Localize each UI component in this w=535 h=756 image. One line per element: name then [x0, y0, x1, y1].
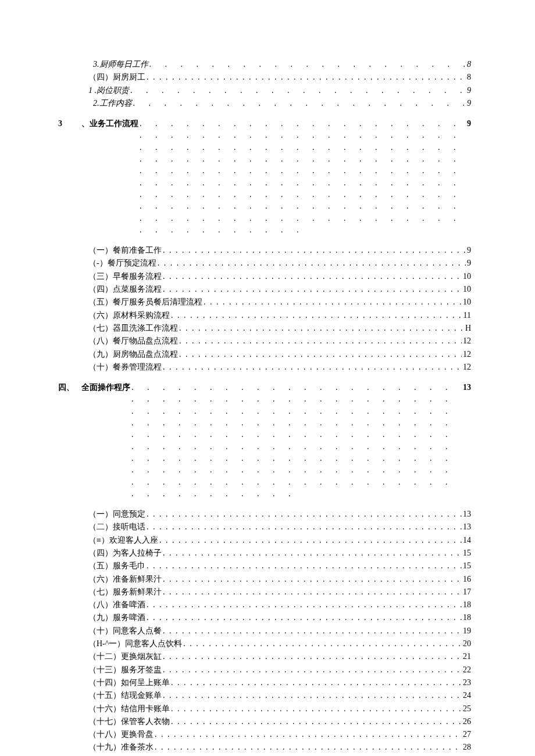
toc-entry: （六）原材料采购流程. . . . . . . . . . . . . . . …	[58, 309, 471, 322]
section-body: 全面操作程序. . . . . . . . . . . . . . . . . …	[81, 382, 471, 500]
toc-leader-dots: . . . . . . . . . . . . . . . . . . . . …	[183, 638, 462, 650]
toc-label: （一）餐前准备工作	[88, 245, 162, 256]
toc-leader-dots: . . . . . . . . . . . . . . . . . . . . …	[163, 574, 462, 585]
toc-leader-dots: . . . . . . . . . . . . . . . . . . . . …	[179, 349, 462, 360]
toc-label: （十五）结现金账单	[88, 690, 162, 701]
toc-page-number: 9	[467, 257, 471, 269]
toc-page-number: 8	[467, 71, 471, 83]
toc-page-number: 18	[463, 612, 471, 624]
toc-label: （二）接听电话	[88, 521, 145, 533]
toc-leader-dots: . . . . . . . . . . . . . . . . . . . . …	[163, 586, 462, 598]
toc-label: （-）餐厅预定流程	[88, 257, 156, 269]
toc-leader-dots: . . . . . . . . . . . . . . . . . . . . …	[163, 547, 462, 559]
toc-label: （六）准备新鲜果汁	[88, 574, 162, 585]
section-body: 、业务工作流程. . . . . . . . . . . . . . . . .…	[81, 118, 471, 236]
toc-page-number: 14	[463, 535, 471, 546]
toc-leader-dots: . . . . . . . . . . . . . . . . . . . . …	[147, 612, 462, 624]
toc-label: （六）原材料采购流程	[88, 310, 170, 321]
toc-leader-dots: . . . . . . . . . . . . . . . . . . . . …	[147, 521, 462, 533]
toc-page-number: 12	[463, 349, 471, 360]
toc-entry: （四）为客人拉椅子. . . . . . . . . . . . . . . .…	[58, 547, 471, 560]
toc-label: （八）餐厅物品盘点流程	[88, 335, 178, 347]
toc-leader-dots: . . . . . . . . . . . . . . . . . . . . …	[171, 716, 462, 728]
toc-label: 2.工作内容	[93, 98, 132, 109]
toc-entry: （≡）欢迎客人入座. . . . . . . . . . . . . . . .…	[58, 534, 471, 547]
toc-page-number: 12	[463, 361, 471, 373]
toc-page-number: 8	[467, 59, 471, 70]
toc-leader-dots: . . . . . . . . . . . . . . . . . . . . …	[133, 98, 466, 109]
toc-label: （十二）更换烟灰缸	[88, 651, 162, 662]
toc-label: （四）厨房厨工	[88, 71, 145, 83]
toc-leader-dots: . . . . . . . . . . . . . . . . . . . . …	[163, 361, 462, 373]
toc-label: （十）同意客人点餐	[88, 625, 162, 637]
toc-entry: （三）早餐服务流程. . . . . . . . . . . . . . . .…	[58, 270, 471, 283]
toc-label: （一）同意预定	[88, 508, 145, 520]
toc-leader-dots: . . . . . . . . . . . . . . . . . . . . …	[163, 664, 462, 676]
toc-label: （五）服务毛巾	[88, 560, 145, 572]
toc-label: （十四）如何呈上账单	[88, 677, 170, 689]
toc-page-number: 17	[463, 586, 471, 598]
toc-leader-dots: . . . . . . . . . . . . . . . . . . . . …	[147, 599, 462, 611]
toc-entry: （七）服务新鲜果汁. . . . . . . . . . . . . . . .…	[58, 586, 471, 599]
toc-leader-dots: . . . . . . . . . . . . . . . . . . . . …	[140, 118, 466, 236]
toc-label: （十）餐券管理流程	[88, 361, 162, 373]
toc-leader-dots: . . . . . . . . . . . . . . . . . . . . …	[163, 245, 466, 256]
toc-entry: （一）同意预定. . . . . . . . . . . . . . . . .…	[58, 508, 471, 521]
toc-page-number: 21	[463, 651, 471, 662]
toc-page-number: H	[465, 323, 471, 334]
toc-entry: （十八）更换骨盘. . . . . . . . . . . . . . . . …	[58, 728, 471, 741]
toc-leader-dots: . . . . . . . . . . . . . . . . . . . . …	[204, 296, 462, 308]
toc-leader-dots: . . . . . . . . . . . . . . . . . . . . …	[163, 284, 462, 295]
toc-entry: （十五）结现金账单. . . . . . . . . . . . . . . .…	[58, 689, 471, 702]
toc-page-number: 20	[463, 638, 471, 650]
toc-entry: （一）餐前准备工作. . . . . . . . . . . . . . . .…	[58, 244, 471, 257]
toc-page-number: 9	[467, 245, 471, 256]
toc-label: （五）餐厅服务员餐后清理流程	[88, 296, 202, 308]
toc-page-number: 13	[463, 521, 471, 533]
toc-section-heading: 四、全面操作程序. . . . . . . . . . . . . . . . …	[58, 382, 471, 500]
toc-entry: （八）餐厅物品盘点流程. . . . . . . . . . . . . . .…	[58, 335, 471, 347]
toc-leader-dots: . . . . . . . . . . . . . . . . . . . . …	[159, 535, 462, 546]
toc-label: 1 .岗位职责	[88, 85, 129, 96]
toc-label: （九）服务啤酒	[88, 612, 145, 624]
toc-page-number: 24	[463, 690, 471, 701]
toc-page-number: 15	[463, 547, 471, 559]
toc-label: （九）厨房物品盘点流程	[88, 349, 178, 360]
toc-entry: （十九）准备茶水. . . . . . . . . . . . . . . . …	[58, 741, 471, 754]
toc-entry: （H-^一）同意客人点饮料. . . . . . . . . . . . . .…	[58, 637, 471, 650]
toc-label: 3.厨师每日工作	[93, 59, 148, 70]
toc-page-number: 10	[463, 271, 471, 282]
toc-entry: （九）厨房物品盘点流程. . . . . . . . . . . . . . .…	[58, 348, 471, 361]
toc-page-number: 9	[467, 98, 471, 109]
toc-label: （八）准备啤酒	[88, 599, 145, 611]
toc-label: （三）早餐服务流程	[88, 271, 162, 282]
toc-leader-dots: . . . . . . . . . . . . . . . . . . . . …	[163, 625, 462, 637]
toc-entry: （十）同意客人点餐. . . . . . . . . . . . . . . .…	[58, 625, 471, 637]
toc-page-number: 27	[463, 729, 471, 740]
toc-label: （七）器皿洗涤工作流程	[88, 323, 178, 334]
toc-label: （四）点菜服务流程	[88, 284, 162, 295]
toc-page-number: 15	[463, 560, 471, 572]
toc-page-number: 11	[463, 310, 471, 321]
toc-page-number: 13	[463, 382, 471, 393]
toc-leader-dots: . . . . . . . . . . . . . . . . . . . . …	[149, 59, 466, 70]
toc-leader-dots: . . . . . . . . . . . . . . . . . . . . …	[131, 382, 462, 500]
toc-entry: （五）服务毛巾. . . . . . . . . . . . . . . . .…	[58, 560, 471, 572]
toc-page-number: 23	[463, 677, 471, 689]
toc-page-number: 26	[463, 716, 471, 728]
toc-entry: （十七）保管客人衣物. . . . . . . . . . . . . . . …	[58, 715, 471, 728]
toc-leader-dots: . . . . . . . . . . . . . . . . . . . . …	[171, 310, 462, 321]
toc-label: （H-^一）同意客人点饮料	[88, 638, 182, 650]
toc-entry: （十）餐券管理流程. . . . . . . . . . . . . . . .…	[58, 361, 471, 374]
toc-label: （十三）服务牙签盅	[88, 664, 162, 676]
toc-leader-dots: . . . . . . . . . . . . . . . . . . . . …	[158, 257, 466, 269]
toc-leader-dots: . . . . . . . . . . . . . . . . . . . . …	[171, 677, 462, 689]
section-label: 、业务工作流程	[81, 118, 138, 130]
toc-page-number: 18	[463, 599, 471, 611]
toc-label: （十七）保管客人衣物	[88, 716, 170, 728]
toc-leader-dots: . . . . . . . . . . . . . . . . . . . . …	[155, 729, 462, 740]
toc-entry: （十二）更换烟灰缸. . . . . . . . . . . . . . . .…	[58, 650, 471, 663]
toc-page-number: 9	[467, 85, 471, 96]
toc-page-number: 28	[463, 741, 471, 753]
toc-label: （十八）更换骨盘	[88, 729, 154, 740]
